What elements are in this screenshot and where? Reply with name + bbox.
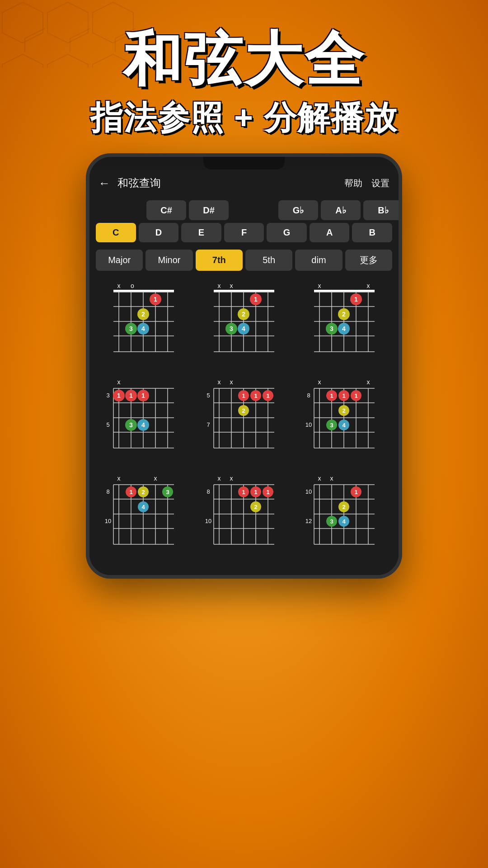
type-7th[interactable]: 7th: [196, 250, 243, 271]
chord-diagram-2[interactable]: x x 1 2: [196, 278, 292, 370]
title-area: 和弦大全 指法参照 + 分解播放: [0, 0, 488, 153]
svg-text:1: 1: [141, 392, 145, 399]
svg-text:2: 2: [342, 504, 345, 510]
svg-text:3: 3: [230, 325, 233, 332]
svg-text:4: 4: [342, 518, 346, 525]
svg-text:4: 4: [342, 325, 346, 332]
note-f[interactable]: F: [224, 223, 264, 242]
svg-text:x: x: [218, 282, 221, 289]
type-5th[interactable]: 5th: [245, 250, 292, 271]
svg-text:4: 4: [141, 325, 145, 332]
svg-text:10: 10: [305, 421, 312, 428]
svg-text:x: x: [117, 378, 121, 386]
svg-text:o: o: [131, 282, 134, 289]
svg-text:1: 1: [266, 489, 269, 495]
note-g[interactable]: G: [267, 223, 307, 242]
chord-diagram-8[interactable]: x x 8 10 1: [196, 471, 292, 562]
svg-text:3: 3: [330, 422, 333, 429]
svg-text:2: 2: [141, 489, 145, 495]
svg-text:4: 4: [342, 422, 346, 429]
svg-text:1: 1: [266, 392, 269, 399]
svg-text:1: 1: [354, 392, 357, 399]
chord-diagram-5[interactable]: x x 5 7 1: [196, 374, 292, 466]
svg-text:10: 10: [105, 518, 111, 524]
phone-frame: ← 和弦查询 帮助 设置 C# D# G♭ A♭ B♭ C D: [86, 153, 402, 579]
note-a-flat[interactable]: A♭: [321, 200, 361, 220]
chord-diagram-1[interactable]: x o: [96, 278, 192, 370]
svg-text:8: 8: [307, 392, 310, 399]
settings-button[interactable]: 设置: [371, 177, 389, 189]
svg-text:1: 1: [254, 296, 258, 303]
note-c-sharp[interactable]: C#: [146, 200, 186, 220]
svg-text:8: 8: [106, 488, 109, 495]
type-dim[interactable]: dim: [295, 250, 342, 271]
svg-text:x: x: [318, 378, 321, 386]
phone-notch: [203, 157, 285, 170]
svg-text:1: 1: [330, 392, 333, 399]
svg-text:5: 5: [206, 392, 210, 399]
svg-text:x: x: [117, 475, 121, 482]
svg-text:2: 2: [254, 504, 257, 510]
svg-text:x: x: [117, 282, 121, 289]
back-button[interactable]: ←: [99, 176, 110, 190]
svg-text:8: 8: [206, 488, 210, 495]
svg-text:10: 10: [305, 488, 312, 495]
app-header: ← 和弦查询 帮助 设置: [89, 170, 399, 197]
svg-text:x: x: [318, 475, 321, 482]
chord-diagram-7[interactable]: x x 8 10 1: [96, 471, 192, 562]
svg-text:x: x: [318, 282, 321, 289]
svg-text:7: 7: [206, 421, 210, 428]
svg-text:2: 2: [242, 311, 245, 318]
svg-text:1: 1: [154, 296, 157, 303]
svg-text:x: x: [230, 475, 233, 482]
svg-text:5: 5: [106, 421, 109, 428]
chord-diagram-4[interactable]: x 3 5: [96, 374, 192, 466]
svg-text:1: 1: [342, 392, 345, 399]
svg-text:x: x: [367, 282, 370, 289]
chord-diagram-6[interactable]: x x 8 10 1: [296, 374, 392, 466]
svg-text:4: 4: [141, 421, 145, 429]
svg-text:3: 3: [106, 392, 109, 399]
note-selector: C# D# G♭ A♭ B♭ C D E F G A B: [89, 197, 399, 246]
svg-text:x: x: [230, 378, 233, 386]
svg-text:4: 4: [242, 325, 245, 332]
chord-type-row: Major Minor 7th 5th dim 更多: [89, 246, 399, 274]
chord-diagram-9[interactable]: x x 10 12 1: [296, 471, 392, 562]
svg-text:x: x: [218, 475, 221, 482]
svg-text:2: 2: [342, 311, 346, 318]
note-d[interactable]: D: [139, 223, 179, 242]
svg-text:x: x: [218, 378, 221, 386]
note-e[interactable]: E: [181, 223, 221, 242]
sub-title: 指法参照 + 分解播放: [0, 96, 488, 140]
note-b[interactable]: B: [352, 223, 392, 242]
note-g-flat[interactable]: G♭: [278, 200, 318, 220]
svg-text:1: 1: [254, 489, 257, 495]
note-a[interactable]: A: [310, 223, 350, 242]
type-major[interactable]: Major: [96, 250, 143, 271]
svg-text:3: 3: [166, 489, 169, 495]
app-title: 和弦查询: [117, 176, 344, 190]
svg-text:x: x: [230, 282, 233, 289]
sharp-row: C# D# G♭ A♭ B♭: [96, 200, 392, 220]
svg-text:2: 2: [342, 407, 345, 414]
note-b-flat[interactable]: B♭: [363, 200, 402, 220]
svg-text:12: 12: [305, 518, 312, 524]
svg-text:1: 1: [242, 392, 245, 399]
help-button[interactable]: 帮助: [344, 177, 362, 189]
svg-text:3: 3: [129, 421, 133, 429]
natural-row: C D E F G A B: [96, 223, 392, 242]
note-c[interactable]: C: [96, 223, 136, 242]
svg-text:x: x: [330, 475, 333, 482]
chord-diagram-3[interactable]: x x 1 2: [296, 278, 392, 370]
svg-text:3: 3: [330, 325, 333, 332]
note-d-sharp[interactable]: D#: [189, 200, 229, 220]
svg-text:1: 1: [242, 489, 245, 495]
type-more[interactable]: 更多: [345, 250, 392, 271]
type-minor[interactable]: Minor: [145, 250, 192, 271]
svg-text:10: 10: [205, 518, 211, 524]
header-actions: 帮助 设置: [344, 177, 389, 189]
chord-grid: x o: [89, 274, 399, 566]
svg-text:1: 1: [254, 392, 257, 399]
svg-text:4: 4: [141, 504, 145, 510]
svg-text:x: x: [154, 475, 157, 482]
